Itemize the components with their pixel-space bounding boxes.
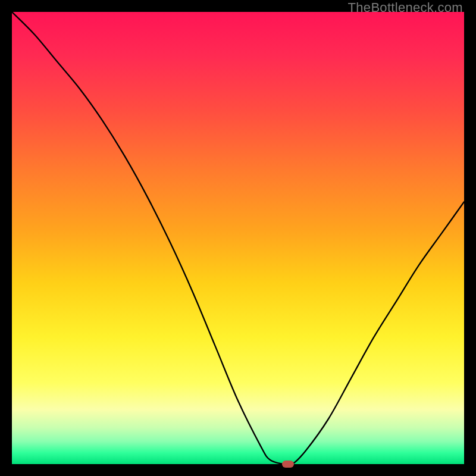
bottleneck-curve [12, 12, 464, 464]
optimal-point-marker [282, 461, 294, 468]
plot-area [12, 12, 464, 464]
chart-container: TheBottleneck.com [0, 0, 476, 476]
